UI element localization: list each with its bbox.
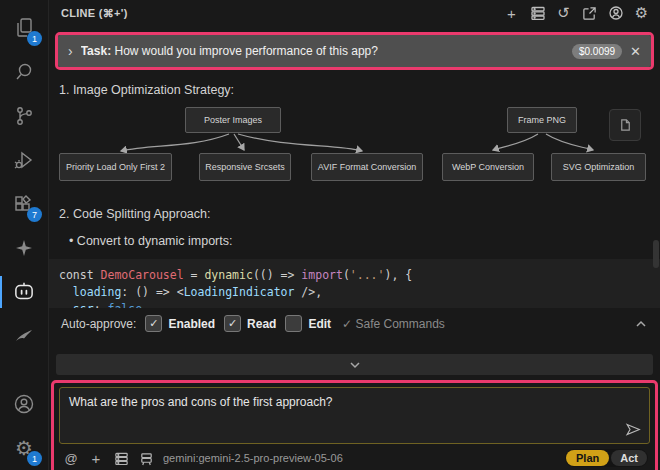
task-banner[interactable]: › Task: How would you improve performanc…	[58, 35, 651, 67]
cline-panel: CLINE (⌘+') + ↺ ⚙ › Task: How would you …	[49, 0, 660, 470]
mention-icon[interactable]: @	[63, 450, 79, 466]
mode-toggle: Plan Act	[565, 449, 648, 467]
sidebar-item-kangaroo[interactable]	[0, 314, 48, 358]
settings-badge: 1	[27, 451, 42, 466]
code-line-1: const DemoCarousel = dynamic(() => impor…	[59, 267, 650, 284]
sidebar-item-search[interactable]	[0, 50, 48, 94]
spacer	[49, 339, 660, 354]
extensions-badge: 7	[27, 207, 42, 222]
activity-bar: 1 7 ⚙ 1	[0, 0, 49, 470]
section-title-1: 1. Image Optimization Strategy:	[49, 74, 660, 97]
diagram-node-svg-optimization: SVG Optimization	[551, 153, 646, 181]
account-icon	[12, 392, 36, 416]
copy-button[interactable]	[609, 109, 641, 141]
message-input[interactable]: What are the pros and cons of the first …	[59, 387, 650, 444]
checkbox-edit-label: Edit	[308, 317, 331, 331]
chevron-right-icon[interactable]: ›	[68, 43, 73, 59]
plan-mode-button[interactable]: Plan	[566, 450, 609, 466]
sidebar-item-settings[interactable]: ⚙ 1	[0, 426, 48, 470]
task-text: Task: How would you improve performance …	[81, 44, 564, 58]
sidebar-item-account[interactable]	[0, 382, 48, 426]
image-optimization-diagram: Poster Images Frame PNG Priority Load On…	[57, 105, 652, 191]
close-icon[interactable]: ✕	[630, 44, 641, 59]
source-control-icon	[12, 104, 36, 128]
diagram-node-avif-conversion: AVIF Format Conversion	[311, 153, 423, 181]
message-input-value: What are the pros and cons of the first …	[69, 395, 332, 409]
diagram-node-webp-conversion: WebP Conversion	[442, 153, 534, 181]
mcp-servers-icon[interactable]	[529, 5, 546, 22]
composer-toolbar: @ + gemini:gemini-2.5-pro-preview-05-06 …	[59, 444, 650, 469]
robot-icon	[11, 279, 37, 305]
explorer-badge: 1	[27, 31, 42, 46]
sidebar-item-run-debug[interactable]	[0, 138, 48, 182]
model-selector[interactable]: gemini:gemini-2.5-pro-preview-05-06	[163, 452, 343, 464]
task-question: How would you improve performance of thi…	[114, 44, 377, 58]
diagram-node-responsive-srcsets: Responsive Srcsets	[199, 153, 291, 181]
composer-highlight: What are the pros and cons of the first …	[51, 380, 658, 470]
cost-badge[interactable]: $0.0099	[572, 44, 622, 59]
code-block[interactable]: const DemoCarousel = dynamic(() => impor…	[49, 259, 660, 308]
diagram-node-priority-load: Priority Load Only First 2	[59, 153, 172, 181]
task-banner-highlight: › Task: How would you improve performanc…	[55, 32, 654, 70]
checkbox-enabled-box[interactable]: ✓	[145, 315, 162, 332]
task-label: Task:	[81, 44, 111, 58]
sidebar-item-explorer[interactable]: 1	[0, 6, 48, 50]
diagram-node-frame-png: Frame PNG	[507, 107, 577, 133]
sparkle-icon	[12, 236, 36, 260]
scroll-to-bottom-button[interactable]	[56, 354, 653, 375]
kangaroo-icon	[12, 324, 36, 348]
chevron-down-icon	[347, 358, 363, 372]
checkbox-enabled-label: Enabled	[168, 317, 215, 331]
panel-header: CLINE (⌘+') + ↺ ⚙	[49, 0, 660, 26]
code-line-2: loading: () => <LoadingIndicator />,	[59, 284, 650, 301]
chevron-up-icon[interactable]	[634, 317, 648, 331]
section-title-2: 2. Code Splitting Approach:	[49, 191, 660, 221]
sidebar-item-gemini[interactable]	[0, 226, 48, 270]
panel-header-actions: + ↺ ⚙	[503, 5, 650, 22]
bullet-dynamic-imports: • Convert to dynamic imports:	[49, 221, 660, 248]
checkbox-read-label: Read	[247, 317, 276, 331]
debug-icon	[12, 148, 36, 172]
account-icon[interactable]	[607, 5, 624, 22]
new-task-icon[interactable]: +	[503, 5, 520, 22]
copy-icon	[618, 118, 633, 133]
checkbox-read-box[interactable]: ✓	[224, 315, 241, 332]
panel-title: CLINE (⌘+')	[61, 7, 128, 20]
auto-approve-label: Auto-approve:	[61, 317, 136, 331]
safe-commands-status: ✓ Safe Commands	[342, 317, 445, 331]
server-stack-icon[interactable]	[113, 450, 129, 466]
checkbox-read[interactable]: ✓ Read	[224, 315, 276, 332]
sidebar-item-source-control[interactable]	[0, 94, 48, 138]
open-in-editor-icon[interactable]	[581, 5, 598, 22]
history-icon[interactable]: ↺	[555, 5, 572, 22]
auto-approve-bar: Auto-approve: ✓ Enabled ✓ Read Edit ✓ Sa…	[49, 308, 660, 339]
chat-content: 1. Image Optimization Strategy: Poster I…	[49, 74, 660, 308]
sidebar-item-extensions[interactable]: 7	[0, 182, 48, 226]
diagram-node-poster-images: Poster Images	[185, 107, 281, 133]
checkbox-edit[interactable]: Edit	[285, 315, 331, 332]
mcp-rack-icon[interactable]	[138, 450, 154, 466]
send-icon[interactable]	[624, 421, 642, 438]
code-line-3: ssr: false	[59, 301, 650, 308]
search-icon	[12, 60, 36, 84]
act-mode-button[interactable]: Act	[611, 450, 647, 466]
settings-gear-icon[interactable]: ⚙	[633, 5, 650, 22]
scrollbar-thumb[interactable]	[653, 240, 659, 268]
checkbox-enabled[interactable]: ✓ Enabled	[145, 315, 215, 332]
sidebar-item-cline[interactable]	[0, 270, 48, 314]
add-context-icon[interactable]: +	[88, 450, 104, 466]
checkbox-edit-box[interactable]	[285, 315, 302, 332]
